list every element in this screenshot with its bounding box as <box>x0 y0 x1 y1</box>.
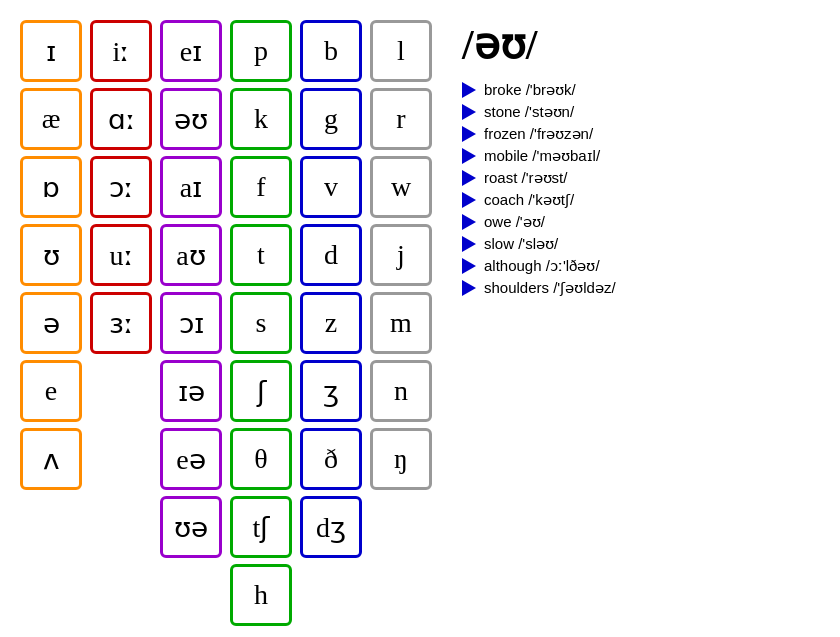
phoneme-r[interactable]: r <box>370 88 432 150</box>
phoneme-j[interactable]: j <box>370 224 432 286</box>
phoneme-iː[interactable]: iː <box>90 20 152 82</box>
phoneme-w[interactable]: w <box>370 156 432 218</box>
play-icon-broke[interactable] <box>462 82 476 98</box>
sidebar-text-broke: broke /'brəʊk/ <box>484 81 576 99</box>
sidebar-item-mobile[interactable]: mobile /'məʊbaɪl/ <box>462 147 616 165</box>
col-orange: ɪ æ ɒ ʊ ə e ʌ <box>20 20 82 490</box>
phoneme-g[interactable]: g <box>300 88 362 150</box>
play-icon-stone[interactable] <box>462 104 476 120</box>
phoneme-z[interactable]: z <box>300 292 362 354</box>
sidebar-title: /əʊ/ <box>462 20 616 69</box>
phoneme-ð[interactable]: ð <box>300 428 362 490</box>
phoneme-l[interactable]: l <box>370 20 432 82</box>
sidebar-item-frozen[interactable]: frozen /'frəʊzən/ <box>462 125 616 143</box>
phoneme-b[interactable]: b <box>300 20 362 82</box>
phoneme-aʊ[interactable]: aʊ <box>160 224 222 286</box>
sidebar: /əʊ/ broke /'brəʊk/ stone /'stəʊn/ froze… <box>462 20 616 297</box>
play-icon-although[interactable] <box>462 258 476 274</box>
phoneme-ɒ[interactable]: ɒ <box>20 156 82 218</box>
phoneme-ʃ[interactable]: ʃ <box>230 360 292 422</box>
phoneme-ʊə[interactable]: ʊə <box>160 496 222 558</box>
sidebar-item-shoulders[interactable]: shoulders /'ʃəʊldəz/ <box>462 279 616 297</box>
sidebar-text-stone: stone /'stəʊn/ <box>484 103 574 121</box>
sidebar-item-owe[interactable]: owe /'əʊ/ <box>462 213 616 231</box>
play-icon-mobile[interactable] <box>462 148 476 164</box>
phoneme-uː[interactable]: uː <box>90 224 152 286</box>
col-gray: l r w j m n ŋ <box>370 20 432 490</box>
phoneme-e[interactable]: e <box>20 360 82 422</box>
sidebar-text-roast: roast /'rəʊst/ <box>484 169 567 187</box>
sidebar-text-frozen: frozen /'frəʊzən/ <box>484 125 593 143</box>
phoneme-ʒ[interactable]: ʒ <box>300 360 362 422</box>
phoneme-ɪə[interactable]: ɪə <box>160 360 222 422</box>
phoneme-ɪ[interactable]: ɪ <box>20 20 82 82</box>
col-green: p k f t s ʃ θ tʃ h <box>230 20 292 626</box>
phoneme-m[interactable]: m <box>370 292 432 354</box>
sidebar-item-although[interactable]: although /ɔː'lðəʊ/ <box>462 257 616 275</box>
play-icon-shoulders[interactable] <box>462 280 476 296</box>
sidebar-text-although: although /ɔː'lðəʊ/ <box>484 257 600 275</box>
col-purple: eɪ əʊ aɪ aʊ ɔɪ ɪə eə ʊə <box>160 20 222 558</box>
phoneme-d[interactable]: d <box>300 224 362 286</box>
sidebar-text-slow: slow /'sləʊ/ <box>484 235 558 253</box>
phoneme-æ[interactable]: æ <box>20 88 82 150</box>
phoneme-aɪ[interactable]: aɪ <box>160 156 222 218</box>
phoneme-tʃ[interactable]: tʃ <box>230 496 292 558</box>
phoneme-k[interactable]: k <box>230 88 292 150</box>
sidebar-text-mobile: mobile /'məʊbaɪl/ <box>484 147 600 165</box>
sidebar-text-coach: coach /'kəʊtʃ/ <box>484 191 574 209</box>
sidebar-text-owe: owe /'əʊ/ <box>484 213 545 231</box>
phoneme-ɑː[interactable]: ɑː <box>90 88 152 150</box>
phoneme-ɔɪ[interactable]: ɔɪ <box>160 292 222 354</box>
play-icon-coach[interactable] <box>462 192 476 208</box>
play-icon-roast[interactable] <box>462 170 476 186</box>
sidebar-item-coach[interactable]: coach /'kəʊtʃ/ <box>462 191 616 209</box>
sidebar-item-slow[interactable]: slow /'sləʊ/ <box>462 235 616 253</box>
phoneme-ŋ[interactable]: ŋ <box>370 428 432 490</box>
phoneme-f[interactable]: f <box>230 156 292 218</box>
phoneme-ɜː[interactable]: ɜː <box>90 292 152 354</box>
phoneme-eɪ[interactable]: eɪ <box>160 20 222 82</box>
phoneme-s[interactable]: s <box>230 292 292 354</box>
phoneme-ʊ[interactable]: ʊ <box>20 224 82 286</box>
phoneme-θ[interactable]: θ <box>230 428 292 490</box>
phoneme-h[interactable]: h <box>230 564 292 626</box>
phoneme-v[interactable]: v <box>300 156 362 218</box>
play-icon-frozen[interactable] <box>462 126 476 142</box>
play-icon-owe[interactable] <box>462 214 476 230</box>
phoneme-n[interactable]: n <box>370 360 432 422</box>
main-container: ɪ æ ɒ ʊ ə e ʌ iː ɑː ɔː uː ɜː eɪ əʊ aɪ aʊ… <box>20 20 616 626</box>
phoneme-t[interactable]: t <box>230 224 292 286</box>
columns-area: ɪ æ ɒ ʊ ə e ʌ iː ɑː ɔː uː ɜː eɪ əʊ aɪ aʊ… <box>20 20 432 626</box>
phoneme-ə[interactable]: ə <box>20 292 82 354</box>
col-red: iː ɑː ɔː uː ɜː <box>90 20 152 354</box>
sidebar-item-roast[interactable]: roast /'rəʊst/ <box>462 169 616 187</box>
phoneme-əʊ[interactable]: əʊ <box>160 88 222 150</box>
phoneme-dʒ[interactable]: dʒ <box>300 496 362 558</box>
col-blue: b g v d z ʒ ð dʒ <box>300 20 362 558</box>
sidebar-text-shoulders: shoulders /'ʃəʊldəz/ <box>484 279 616 297</box>
phoneme-p[interactable]: p <box>230 20 292 82</box>
sidebar-item-broke[interactable]: broke /'brəʊk/ <box>462 81 616 99</box>
play-icon-slow[interactable] <box>462 236 476 252</box>
phoneme-eə[interactable]: eə <box>160 428 222 490</box>
phoneme-ɔː[interactable]: ɔː <box>90 156 152 218</box>
phoneme-ʌ[interactable]: ʌ <box>20 428 82 490</box>
sidebar-item-stone[interactable]: stone /'stəʊn/ <box>462 103 616 121</box>
